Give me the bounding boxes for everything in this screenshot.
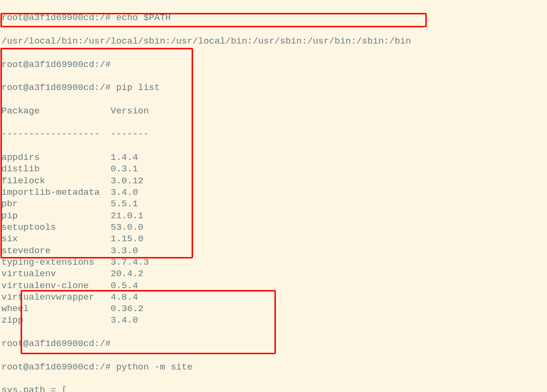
- pip-package: wheel: [1, 303, 111, 314]
- path-output: /usr/local/bin:/usr/local/sbin:/usr/loca…: [1, 35, 546, 47]
- pip-row: setuptools53.0.0: [1, 222, 546, 233]
- pip-package: stevedore: [1, 245, 111, 257]
- pip-package: distlib: [1, 163, 111, 175]
- terminal-output[interactable]: root@a3f1d69900cd:/# echo $PATH /usr/loc…: [0, 0, 547, 392]
- prompt-line: root@a3f1d69900cd:/#: [1, 338, 546, 349]
- site-header: sys.path = [: [1, 384, 546, 392]
- pip-version: 1.15.0: [111, 234, 143, 244]
- pip-header: PackageVersion: [1, 105, 546, 117]
- pip-row: importlib-metadata3.4.0: [1, 187, 546, 198]
- pip-row: virtualenvwrapper4.8.4: [1, 291, 546, 303]
- pip-row: filelock3.0.12: [1, 175, 546, 187]
- pip-version: 5.5.1: [111, 199, 138, 209]
- pip-version: 0.3.1: [111, 164, 138, 174]
- pip-version: 1.4.4: [111, 152, 138, 163]
- pip-version: 3.4.0: [111, 315, 138, 325]
- command-text: pip list: [116, 82, 160, 93]
- cmd-line: root@a3f1d69900cd:/# pip list: [1, 82, 546, 93]
- pip-list-rows: appdirs1.4.4distlib0.3.1filelock3.0.12im…: [1, 152, 546, 326]
- pip-version: 20.4.2: [111, 269, 143, 279]
- cmd-line: root@a3f1d69900cd:/# python -m site: [1, 361, 546, 373]
- pip-package: zipp: [1, 314, 111, 326]
- pip-row: six1.15.0: [1, 233, 546, 245]
- prompt: root@a3f1d69900cd:/#: [1, 12, 111, 23]
- pip-row: virtualenv20.4.2: [1, 268, 546, 280]
- pip-version: 3.0.12: [111, 176, 143, 186]
- pip-version: 53.0.0: [111, 222, 143, 233]
- pip-package: setuptools: [1, 222, 111, 233]
- pip-package: six: [1, 233, 111, 245]
- pip-row: stevedore3.3.0: [1, 245, 546, 257]
- pip-package: importlib-metadata: [1, 187, 111, 198]
- cmd-line: root@a3f1d69900cd:/# echo $PATH: [1, 12, 546, 23]
- pip-divider: ------------------ -------: [1, 128, 546, 140]
- pip-row: appdirs1.4.4: [1, 152, 546, 163]
- pip-package: virtualenv-clone: [1, 280, 111, 291]
- pip-version: 3.7.4.3: [111, 257, 149, 268]
- pip-version: 0.5.4: [111, 280, 138, 291]
- pip-package: virtualenv: [1, 268, 111, 280]
- pip-version: 3.4.0: [111, 187, 138, 198]
- pip-row: wheel0.36.2: [1, 303, 546, 314]
- pip-package: virtualenvwrapper: [1, 291, 111, 303]
- pip-row: pip21.0.1: [1, 210, 546, 222]
- pip-package: appdirs: [1, 152, 111, 163]
- pip-row: distlib0.3.1: [1, 163, 546, 175]
- pip-package: filelock: [1, 175, 111, 187]
- prompt-line: root@a3f1d69900cd:/#: [1, 59, 546, 70]
- pip-row: pbr5.5.1: [1, 198, 546, 210]
- prompt: root@a3f1d69900cd:/#: [1, 82, 111, 93]
- command-text: python -m site: [116, 362, 193, 372]
- pip-package: typing-extensions: [1, 257, 111, 268]
- pip-row: virtualenv-clone0.5.4: [1, 280, 546, 291]
- pip-row: typing-extensions3.7.4.3: [1, 257, 546, 268]
- pip-version: 21.0.1: [111, 211, 143, 221]
- pip-package: pip: [1, 210, 111, 222]
- pip-version: 0.36.2: [111, 303, 143, 314]
- pip-package: pbr: [1, 198, 111, 210]
- pip-row: zipp3.4.0: [1, 314, 546, 326]
- pip-version: 3.3.0: [111, 246, 138, 256]
- command-text: echo $PATH: [116, 12, 171, 23]
- pip-version: 4.8.4: [111, 292, 138, 302]
- prompt: root@a3f1d69900cd:/#: [1, 362, 111, 372]
